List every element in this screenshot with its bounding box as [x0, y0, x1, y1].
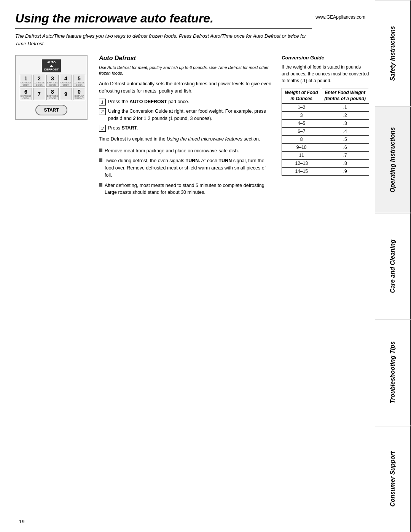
bullet-1: Remove meat from package and place on mi… — [99, 147, 274, 155]
table-row: 11.7 — [282, 152, 369, 160]
bullet-icon-2 — [99, 158, 102, 162]
tab-safety-instructions[interactable]: Safety Instructions — [375, 0, 411, 106]
step-num-1: 1 — [99, 99, 106, 105]
bullet-3: After defrosting, most meats need to sta… — [99, 182, 274, 197]
ounces-cell: 4–5 — [282, 120, 321, 128]
step-3: 3 Press START. — [99, 125, 274, 132]
ounces-cell: 3 — [282, 112, 321, 120]
tenths-cell: .3 — [321, 120, 369, 128]
step-3-text: Press START. — [108, 125, 138, 132]
page-number: 19 — [19, 519, 24, 524]
bullet-2-text: Twice during defrost, the oven signals T… — [105, 157, 274, 179]
ounces-cell: 12–13 — [282, 160, 321, 168]
tab-care-cleaning[interactable]: Care and Cleaning — [375, 213, 411, 319]
steps-list: 1 Press the AUTO DEFROST pad once. 2 Usi… — [99, 98, 274, 132]
start-button-display: START — [35, 105, 67, 115]
keypad-illustration: AUTO DEFROST 1EXPRESS COOK 2EXPRESS COOK… — [15, 55, 91, 200]
col-header-ounces: Weight of Foodin Ounces — [282, 88, 321, 104]
col-header-tenths: Enter Food Weight(tenths of a pound) — [321, 88, 369, 104]
bullet-1-text: Remove meat from package and place on mi… — [105, 147, 239, 155]
tenths-cell: .1 — [321, 104, 369, 112]
ounces-cell: 8 — [282, 136, 321, 144]
tenths-cell: .4 — [321, 128, 369, 136]
ounces-cell: 14–15 — [282, 168, 321, 176]
tenths-cell: .6 — [321, 144, 369, 152]
table-row: 8.5 — [282, 136, 369, 144]
keypad-grid: 1EXPRESS COOK 2EXPRESS COOK 3EXPRESS COO… — [20, 75, 85, 100]
tab-troubleshooting-tips[interactable]: Troubleshooting Tips — [375, 319, 411, 425]
table-row: 1–2.1 — [282, 104, 369, 112]
bullet-icon-3 — [99, 183, 102, 187]
step-num-3: 3 — [99, 125, 106, 132]
step-2: 2 Using the Conversion Guide at right, e… — [99, 108, 274, 122]
auto-defrost-body: Auto Defrost automatically sets the defr… — [99, 80, 274, 95]
instructions-column: Auto Defrost Use Auto Defrost for meat, … — [99, 55, 274, 200]
time-defrost-note: Time Defrost is explained in the Using t… — [99, 136, 274, 143]
auto-defrost-btn: AUTO DEFROST — [42, 59, 61, 72]
table-row: 3.2 — [282, 112, 369, 120]
auto-defrost-heading: Auto Defrost — [99, 55, 274, 62]
tenths-cell: .5 — [321, 136, 369, 144]
table-row: 12–13.8 — [282, 160, 369, 168]
bullet-icon-1 — [99, 149, 102, 152]
use-note: Use Auto Defrost for meat, poultry and f… — [99, 65, 274, 77]
step-1: 1 Press the AUTO DEFROST pad once. — [99, 98, 274, 105]
tenths-cell: .9 — [321, 168, 369, 176]
website-url: www.GEAppliances.com — [315, 14, 365, 20]
step-1-text: Press the AUTO DEFROST pad once. — [108, 98, 189, 105]
tenths-cell: .7 — [321, 152, 369, 160]
table-row: 6–7.4 — [282, 128, 369, 136]
title-divider — [15, 28, 312, 29]
bullet-list: Remove meat from package and place on mi… — [99, 147, 274, 197]
ounces-cell: 9–10 — [282, 144, 321, 152]
tab-operating-instructions[interactable]: Operating Instructions — [375, 106, 411, 212]
table-row: 9–10.6 — [282, 144, 369, 152]
tenths-cell: .2 — [321, 112, 369, 120]
tab-consumer-support[interactable]: Consumer Support — [375, 426, 411, 532]
table-row: 14–15.9 — [282, 168, 369, 176]
ounces-cell: 1–2 — [282, 104, 321, 112]
intro-text: The Defrost Auto/Time feature gives you … — [15, 32, 312, 47]
ounces-cell: 6–7 — [282, 128, 321, 136]
step-2-text: Using the Conversion Guide at right, ent… — [108, 108, 274, 122]
conversion-table: Weight of Foodin Ounces Enter Food Weigh… — [282, 88, 369, 176]
conversion-heading: Conversion Guide — [282, 55, 369, 61]
bullet-3-text: After defrosting, most meats need to sta… — [105, 182, 274, 197]
ounces-cell: 11 — [282, 152, 321, 160]
tenths-cell: .8 — [321, 160, 369, 168]
bullet-2: Twice during defrost, the oven signals T… — [99, 157, 274, 179]
table-row: 4–5.3 — [282, 120, 369, 128]
conversion-guide-column: Conversion Guide If the weight of food i… — [282, 55, 369, 200]
sidebar-tabs: Safety Instructions Operating Instructio… — [375, 0, 411, 532]
step-num-2: 2 — [99, 108, 106, 115]
conversion-note: If the weight of food is stated in pound… — [282, 64, 369, 84]
